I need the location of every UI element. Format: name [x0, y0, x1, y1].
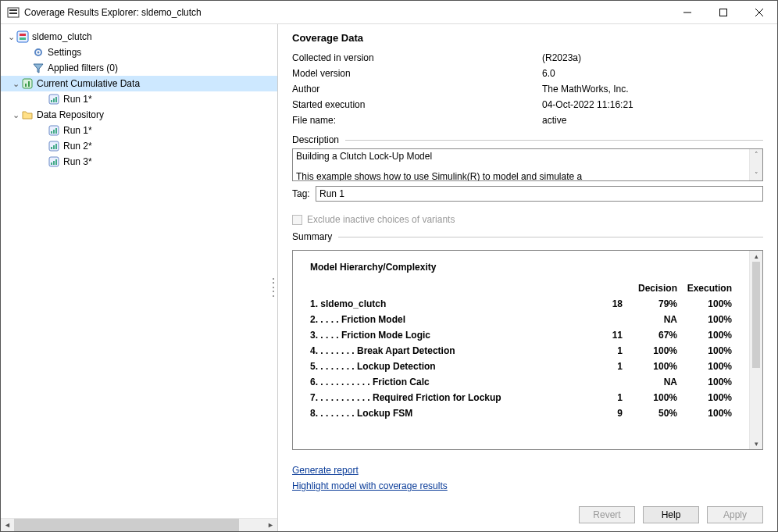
details-pane: Coverage Data Collected in version (R202… — [278, 24, 777, 531]
summary-row[interactable]: 5. . . . . . . . Lockup Detection1100%10… — [310, 359, 732, 374]
kv-value: active — [542, 112, 566, 128]
minimize-button[interactable] — [669, 1, 705, 23]
generate-report-link[interactable]: Generate report — [292, 462, 359, 478]
tree-label: Run 2* — [63, 141, 92, 152]
row-decision: 79% — [623, 296, 677, 312]
kv-label: File name: — [292, 112, 542, 128]
summary-row[interactable]: 6. . . . . . . . . . . Friction CalcNA10… — [310, 374, 732, 390]
group-label: Summary — [292, 231, 332, 242]
group-label: Description — [292, 134, 339, 145]
description-line1: Building a Clutch Lock-Up Model — [296, 151, 759, 162]
kv-author: Author The MathWorks, Inc. — [292, 81, 763, 97]
tree-h-scrollbar[interactable]: ◄ ► — [1, 518, 277, 531]
row-name: 6. . . . . . . . . . . Friction Calc — [310, 374, 584, 390]
row-name: 8. . . . . . . . Lockup FSM — [310, 405, 584, 421]
help-button[interactable]: Help — [643, 506, 699, 523]
summary-box: Model Hierarchy/Complexity Decision Exec… — [292, 250, 763, 450]
scroll-down-icon[interactable]: ˅ — [755, 170, 758, 180]
row-complexity: 1 — [584, 390, 623, 405]
summary-row[interactable]: 2. . . . . Friction ModelNA100% — [310, 312, 732, 327]
kv-value: The MathWorks, Inc. — [542, 81, 628, 97]
row-name: 5. . . . . . . . Lockup Detection — [310, 359, 584, 374]
expander-icon[interactable]: ⌄ — [10, 110, 21, 120]
button-row: Revert Help Apply — [292, 506, 763, 523]
row-execution: 100% — [677, 374, 732, 390]
summary-row[interactable]: 4. . . . . . . . Break Apart Detection11… — [310, 343, 732, 359]
row-execution: 100% — [677, 312, 732, 327]
tree-node-current-cumulative[interactable]: ⌄ Current Cumulative Data — [1, 76, 277, 91]
tree-node-root[interactable]: ⌄ sldemo_clutch — [1, 29, 277, 45]
row-execution: 100% — [677, 327, 732, 343]
svg-rect-25 — [53, 145, 55, 149]
col-execution: Execution — [677, 280, 732, 296]
tree-node-dr-run3[interactable]: Run 3* — [1, 154, 277, 170]
tree-node-data-repository[interactable]: ⌄ Data Repository — [1, 107, 277, 123]
tree-label: Applied filters (0) — [48, 62, 118, 73]
checkbox-icon — [292, 215, 302, 225]
summary-row[interactable]: 8. . . . . . . . Lockup FSM950%100% — [310, 405, 732, 421]
kv-value: 04-Oct-2022 11:16:21 — [542, 97, 633, 112]
expander-icon[interactable]: ⌄ — [10, 79, 21, 89]
folder-icon — [21, 109, 34, 121]
summary-row[interactable]: 3. . . . . Friction Mode Logic1167%100% — [310, 327, 732, 343]
apply-button[interactable]: Apply — [707, 506, 763, 523]
row-execution: 100% — [677, 296, 732, 312]
svg-rect-1 — [9, 9, 17, 11]
description-v-scrollbar[interactable]: ˄ ˅ — [749, 149, 762, 180]
panel-title: Coverage Data — [292, 32, 763, 44]
row-decision: 50% — [623, 405, 677, 421]
summary-row[interactable]: 1. sldemo_clutch1879%100% — [310, 296, 732, 312]
tree-node-dr-run2[interactable]: Run 2* — [1, 138, 277, 154]
tag-input[interactable] — [316, 186, 763, 202]
expander-icon[interactable]: ⌄ — [5, 32, 16, 42]
content-area: ⌄ sldemo_clutch Settings — [1, 24, 777, 531]
summary-v-scrollbar[interactable]: ▴ ▾ — [749, 251, 762, 449]
run-icon — [48, 124, 60, 137]
tag-row: Tag: — [292, 186, 763, 202]
tree-node-filters[interactable]: Applied filters (0) — [1, 60, 277, 76]
svg-rect-26 — [55, 144, 57, 149]
scroll-right-icon[interactable]: ► — [264, 519, 277, 531]
row-name: 7. . . . . . . . . . . Required Friction… — [310, 390, 584, 405]
summary-content: Model Hierarchy/Complexity Decision Exec… — [293, 251, 749, 449]
tree-node-ccd-run1[interactable]: Run 1* — [1, 91, 277, 107]
tree-node-settings[interactable]: Settings — [1, 45, 277, 60]
tree-label: sldemo_clutch — [32, 31, 92, 42]
scroll-left-icon[interactable]: ◄ — [1, 519, 14, 531]
tree-node-dr-run1[interactable]: Run 1* — [1, 123, 277, 138]
tree-label: Data Repository — [37, 109, 104, 120]
highlight-model-link[interactable]: Highlight model with coverage results — [292, 478, 448, 494]
splitter-handle[interactable] — [273, 278, 276, 297]
exclude-variants-checkbox[interactable]: Exclude inactive choices of variants — [292, 214, 763, 225]
scroll-thumb[interactable] — [14, 519, 239, 531]
description-line2: This example shows how to use Simulink(R… — [296, 171, 759, 181]
row-name: 4. . . . . . . . Break Apart Detection — [310, 343, 584, 359]
svg-rect-22 — [55, 128, 57, 134]
kv-label: Model version — [292, 66, 542, 81]
row-name: 3. . . . . Friction Mode Logic — [310, 327, 584, 343]
scroll-up-icon[interactable]: ▴ — [755, 251, 758, 262]
summary-row[interactable]: 7. . . . . . . . . . . Required Friction… — [310, 390, 732, 405]
svg-rect-8 — [20, 34, 26, 36]
row-complexity — [584, 374, 623, 390]
tree-label: Current Cumulative Data — [37, 78, 140, 89]
titlebar: Coverage Results Explorer: sldemo_clutch — [1, 1, 777, 24]
close-button[interactable] — [741, 1, 777, 23]
scroll-up-icon[interactable]: ˄ — [755, 149, 758, 160]
filter-icon — [32, 62, 45, 74]
description-header: Description — [292, 134, 763, 145]
svg-rect-2 — [9, 12, 17, 14]
window-controls — [669, 1, 777, 23]
row-complexity: 18 — [584, 296, 623, 312]
description-textarea[interactable]: Building a Clutch Lock-Up Model This exa… — [292, 148, 763, 181]
row-complexity: 1 — [584, 343, 623, 359]
scroll-thumb[interactable] — [752, 262, 760, 368]
scroll-down-icon[interactable]: ▾ — [755, 438, 758, 449]
revert-button[interactable]: Revert — [579, 506, 635, 523]
svg-rect-28 — [51, 162, 52, 165]
row-name: 1. sldemo_clutch — [310, 296, 584, 312]
tree-view[interactable]: ⌄ sldemo_clutch Settings — [1, 24, 277, 518]
maximize-button[interactable] — [705, 1, 741, 23]
tree-label: Run 1* — [63, 94, 92, 105]
checkbox-label: Exclude inactive choices of variants — [307, 214, 455, 225]
